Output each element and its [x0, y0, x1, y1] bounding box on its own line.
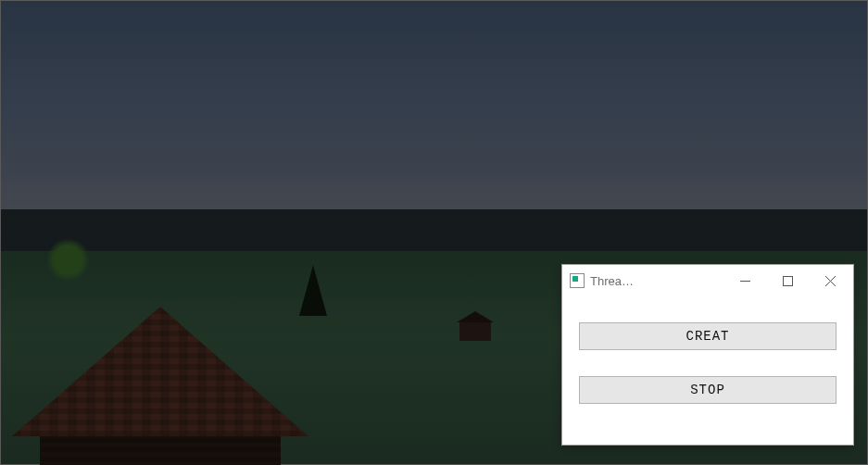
- minimize-button[interactable]: [723, 266, 766, 295]
- maximize-button[interactable]: [766, 266, 809, 295]
- titlebar[interactable]: Threa…: [562, 265, 853, 296]
- minimize-icon: [740, 276, 750, 286]
- close-icon: [825, 276, 836, 286]
- cabin-roof: [12, 307, 308, 436]
- create-button[interactable]: CREAT: [579, 322, 837, 350]
- wallpaper-cabin: [12, 307, 308, 464]
- svg-rect-1: [783, 276, 792, 285]
- close-button[interactable]: [809, 266, 851, 295]
- window-client-area: CREAT STOP: [562, 296, 853, 445]
- wallpaper-shed: [459, 320, 491, 341]
- maximize-icon: [783, 276, 793, 286]
- desktop-wallpaper: Threa… CREAT STOP: [0, 0, 868, 465]
- app-icon: [570, 273, 585, 288]
- wallpaper-tree: [43, 234, 94, 285]
- app-window: Threa… CREAT STOP: [561, 264, 854, 446]
- stop-button[interactable]: STOP: [579, 376, 837, 404]
- window-title: Threa…: [590, 274, 634, 288]
